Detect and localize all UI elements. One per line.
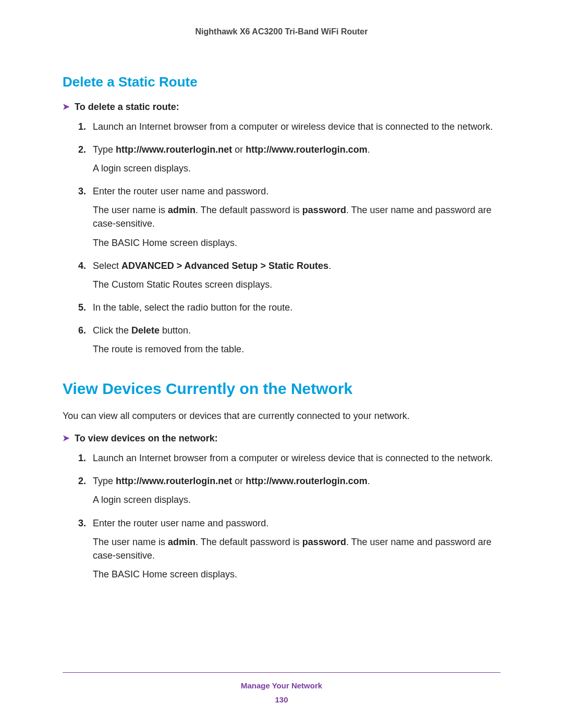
step-text: Enter the router user name and password. [93, 516, 500, 530]
step-item: 1. Launch an Internet browser from a com… [78, 120, 500, 139]
step-text: Type http://www.routerlogin.net or http:… [93, 474, 500, 488]
step-text: In the table, select the radio button fo… [93, 301, 500, 314]
step-content: Type http://www.routerlogin.net or http:… [93, 143, 500, 180]
chevron-right-icon: ➤ [63, 103, 69, 111]
steps-list: 1. Launch an Internet browser from a com… [63, 120, 500, 361]
step-item: 3. Enter the router user name and passwo… [78, 516, 500, 586]
step-number: 3. [78, 516, 93, 586]
step-text: Launch an Internet browser from a comput… [93, 120, 500, 133]
step-number: 6. [78, 324, 93, 361]
procedure-label: To delete a static route: [75, 102, 179, 113]
step-number: 1. [78, 120, 93, 139]
step-content: Select ADVANCED > Advanced Setup > Stati… [93, 259, 500, 297]
step-text: The user name is admin. The default pass… [93, 535, 500, 562]
footer-title: Manage Your Network [63, 681, 500, 690]
procedure-label: To view devices on the network: [75, 433, 218, 444]
chevron-right-icon: ➤ [63, 434, 69, 442]
heading-view-devices: View Devices Currently on the Network [63, 380, 500, 398]
step-text: Enter the router user name and password. [93, 184, 500, 198]
step-item: 2. Type http://www.routerlogin.net or ht… [78, 143, 500, 180]
step-content: Launch an Internet browser from a comput… [93, 120, 500, 139]
step-content: Launch an Internet browser from a comput… [93, 451, 500, 470]
steps-list: 1. Launch an Internet browser from a com… [63, 451, 500, 586]
step-text: Click the Delete button. [93, 324, 500, 337]
step-item: 1. Launch an Internet browser from a com… [78, 451, 500, 470]
step-text: A login screen displays. [93, 162, 500, 175]
step-text: Launch an Internet browser from a comput… [93, 451, 500, 465]
procedure-heading: ➤ To delete a static route: [63, 102, 500, 113]
step-text: A login screen displays. [93, 493, 500, 507]
step-item: 5. In the table, select the radio button… [78, 301, 500, 319]
step-text: The Custom Static Routes screen displays… [93, 278, 500, 291]
step-item: 2. Type http://www.routerlogin.net or ht… [78, 474, 500, 512]
step-content: Type http://www.routerlogin.net or http:… [93, 474, 500, 512]
step-text: The user name is admin. The default pass… [93, 203, 500, 230]
step-content: In the table, select the radio button fo… [93, 301, 500, 319]
page-footer: Manage Your Network 130 [63, 672, 500, 704]
step-text: The BASIC Home screen displays. [93, 236, 500, 250]
step-text: The BASIC Home screen displays. [93, 567, 500, 581]
step-text: Type http://www.routerlogin.net or http:… [93, 143, 500, 156]
document-page: Nighthawk X6 AC3200 Tri-Band WiFi Router… [0, 0, 563, 728]
step-text: The route is removed from the table. [93, 342, 500, 356]
step-content: Click the Delete button. The route is re… [93, 324, 500, 361]
step-number: 2. [78, 143, 93, 180]
procedure-heading: ➤ To view devices on the network: [63, 433, 500, 444]
section-intro: You can view all computers or devices th… [63, 409, 500, 423]
step-number: 2. [78, 474, 93, 512]
step-item: 3. Enter the router user name and passwo… [78, 184, 500, 254]
step-item: 6. Click the Delete button. The route is… [78, 324, 500, 361]
step-content: Enter the router user name and password.… [93, 516, 500, 586]
page-number: 130 [63, 695, 500, 704]
step-number: 3. [78, 184, 93, 254]
step-number: 5. [78, 301, 93, 319]
step-text: Select ADVANCED > Advanced Setup > Stati… [93, 259, 500, 273]
heading-delete-static-route: Delete a Static Route [63, 74, 500, 90]
page-header: Nighthawk X6 AC3200 Tri-Band WiFi Router [63, 27, 500, 36]
step-content: Enter the router user name and password.… [93, 184, 500, 254]
step-number: 1. [78, 451, 93, 470]
step-number: 4. [78, 259, 93, 297]
step-item: 4. Select ADVANCED > Advanced Setup > St… [78, 259, 500, 297]
